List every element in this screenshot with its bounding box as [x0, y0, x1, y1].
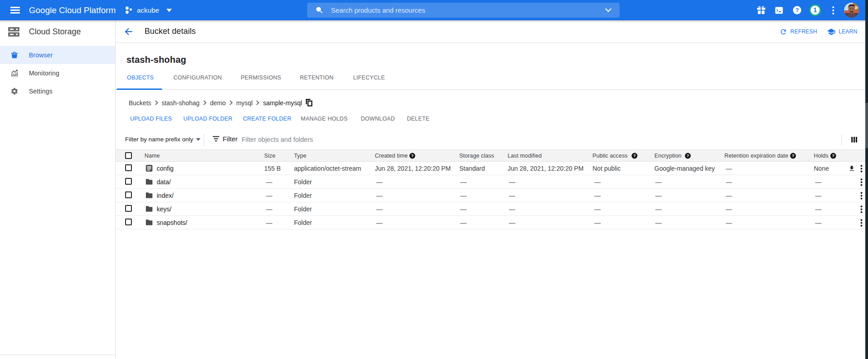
svg-text:?: ? [832, 154, 835, 158]
svg-text:?: ? [686, 154, 689, 158]
svg-text:?: ? [795, 7, 799, 14]
svg-text:1: 1 [813, 6, 817, 14]
svg-text:?: ? [792, 154, 794, 158]
svg-text:?: ? [633, 154, 636, 158]
svg-text:?: ? [411, 154, 414, 158]
